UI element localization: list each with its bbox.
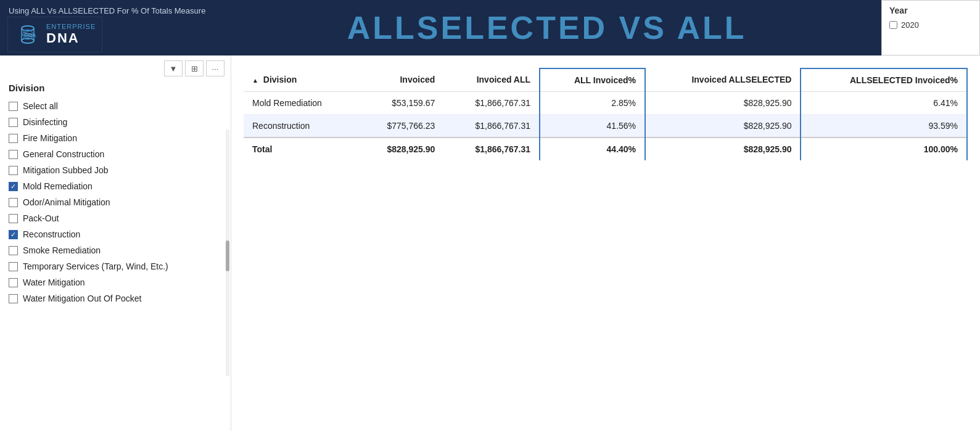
col-division-header[interactable]: ▲ Division — [244, 68, 358, 92]
division-checkbox[interactable] — [9, 102, 18, 111]
filter-button[interactable]: ▼ — [164, 60, 183, 76]
division-checkbox[interactable] — [9, 214, 18, 223]
division-checkbox[interactable] — [9, 150, 18, 159]
year-slicer: Year 2020 — [881, 0, 980, 55]
division-list-item[interactable]: Water Mitigation — [0, 274, 231, 290]
year-slicer-item[interactable]: 2020 — [889, 20, 972, 30]
expand-icon: ⊞ — [191, 64, 198, 73]
division-label: Pack-Out — [23, 213, 59, 223]
division-list-item[interactable]: Pack-Out — [0, 210, 231, 226]
division-label: Select all — [23, 101, 58, 111]
total-cell: $1,866,767.31 — [443, 138, 540, 160]
division-toolbar: ▼ ⊞ ··· — [0, 55, 231, 81]
table-panel: ▲ Division Invoiced Invoiced ALL ALL Inv… — [231, 55, 980, 431]
logo-area: DNA ENTERPRISE DNA — [7, 17, 102, 52]
total-cell: $828,925.90 — [645, 138, 801, 160]
table-cell: $1,866,767.31 — [443, 115, 540, 138]
table-cell: Mold Remediation — [244, 92, 358, 115]
table-header: ▲ Division Invoiced Invoiced ALL ALL Inv… — [244, 68, 967, 92]
total-cell: 44.40% — [540, 138, 645, 160]
division-list: Select allDisinfectingFire MitigationGen… — [0, 98, 231, 313]
division-checkbox[interactable] — [9, 118, 18, 127]
division-list-item[interactable]: ✓Mold Remediation — [0, 178, 231, 194]
col-allselected-invoiced-pct-header[interactable]: ALLSELECTED Invoiced% — [801, 68, 967, 92]
table-cell: Reconstruction — [244, 115, 358, 138]
scrollbar-track — [226, 129, 229, 376]
expand-button[interactable]: ⊞ — [185, 60, 204, 76]
table-cell: $53,159.67 — [358, 92, 443, 115]
division-checkbox[interactable] — [9, 198, 18, 207]
division-checkbox[interactable] — [9, 134, 18, 143]
main-title: ALLSELECTED VS ALL — [121, 9, 973, 46]
division-checkbox[interactable] — [9, 246, 18, 255]
table-cell: 41.56% — [540, 115, 645, 138]
division-list-item[interactable]: Mitigation Subbed Job — [0, 162, 231, 178]
division-checkbox[interactable] — [9, 262, 18, 271]
division-label: Smoke Remediation — [23, 245, 101, 255]
table-cell: $828,925.90 — [645, 115, 801, 138]
division-label: Temporary Services (Tarp, Wind, Etc.) — [23, 261, 168, 271]
dna-logo-icon: DNA — [14, 21, 41, 48]
logo-text: ENTERPRISE DNA — [46, 23, 96, 46]
table-footer: Total$828,925.90$1,866,767.3144.40%$828,… — [244, 138, 967, 160]
data-table: ▲ Division Invoiced Invoiced ALL ALL Inv… — [244, 68, 968, 160]
total-cell: Total — [244, 138, 358, 160]
division-list-item[interactable]: Disinfecting — [0, 114, 231, 130]
col-invoiced-all-header[interactable]: Invoiced ALL — [443, 68, 540, 92]
table-cell: 2.85% — [540, 92, 645, 115]
division-checkbox[interactable] — [9, 294, 18, 303]
division-label: Mold Remediation — [23, 181, 93, 191]
division-title: Division — [0, 81, 231, 98]
division-checkbox[interactable]: ✓ — [9, 182, 18, 191]
division-label: Fire Mitigation — [23, 133, 77, 143]
more-button[interactable]: ··· — [206, 60, 224, 76]
year-2020-checkbox[interactable] — [889, 21, 897, 29]
scrollbar-thumb[interactable] — [226, 240, 229, 271]
total-cell: 100.00% — [801, 138, 967, 160]
division-panel: ▼ ⊞ ··· Division Select allDisinfectingF… — [0, 55, 231, 431]
year-slicer-title: Year — [889, 6, 972, 15]
table-cell: 6.41% — [801, 92, 967, 115]
svg-text:DNA: DNA — [24, 32, 36, 38]
division-label: Water Mitigation — [23, 277, 85, 287]
division-list-item[interactable]: Temporary Services (Tarp, Wind, Etc.) — [0, 258, 231, 274]
sort-indicator: ▲ — [252, 77, 258, 84]
division-list-item[interactable]: General Construction — [0, 146, 231, 162]
table-cell: 93.59% — [801, 115, 967, 138]
total-cell: $828,925.90 — [358, 138, 443, 160]
table-cell: $828,925.90 — [645, 92, 801, 115]
table-body: Mold Remediation$53,159.67$1,866,767.312… — [244, 92, 967, 138]
division-list-item[interactable]: Smoke Remediation — [0, 242, 231, 258]
division-label: General Construction — [23, 149, 104, 159]
col-invoiced-header[interactable]: Invoiced — [358, 68, 443, 92]
table-row: Mold Remediation$53,159.67$1,866,767.312… — [244, 92, 967, 115]
col-invoiced-allselected-header[interactable]: Invoiced ALLSELECTED — [645, 68, 801, 92]
division-list-item[interactable]: Water Mitigation Out Of Pocket — [0, 290, 231, 306]
total-row: Total$828,925.90$1,866,767.3144.40%$828,… — [244, 138, 967, 160]
table-cell: $775,766.23 — [358, 115, 443, 138]
col-all-invoiced-pct-header[interactable]: ALL Invoiced% — [540, 68, 645, 92]
main-area: ▼ ⊞ ··· Division Select allDisinfectingF… — [0, 55, 980, 431]
division-list-item[interactable]: Fire Mitigation — [0, 130, 231, 146]
header: Using ALL Vs ALLSELECTED For % Of Totals… — [0, 0, 980, 55]
table-row: Reconstruction$775,766.23$1,866,767.3141… — [244, 115, 967, 138]
logo-dna-label: DNA — [46, 30, 96, 46]
division-label: Mitigation Subbed Job — [23, 165, 109, 175]
year-2020-label: 2020 — [901, 20, 919, 30]
division-label: Reconstruction — [23, 229, 80, 239]
more-icon: ··· — [212, 64, 219, 73]
division-label: Odor/Animal Mitigation — [23, 197, 110, 207]
division-checkbox[interactable]: ✓ — [9, 230, 18, 239]
table-cell: $1,866,767.31 — [443, 92, 540, 115]
division-label: Disinfecting — [23, 117, 67, 127]
division-label: Water Mitigation Out Of Pocket — [23, 293, 141, 303]
logo-enterprise-label: ENTERPRISE — [46, 23, 96, 30]
division-list-item[interactable]: Odor/Animal Mitigation — [0, 194, 231, 210]
filter-icon: ▼ — [170, 64, 178, 73]
division-list-item[interactable]: ✓Reconstruction — [0, 226, 231, 242]
division-checkbox[interactable] — [9, 166, 18, 175]
header-row: ▲ Division Invoiced Invoiced ALL ALL Inv… — [244, 68, 967, 92]
division-list-item[interactable]: Select all — [0, 98, 231, 114]
division-checkbox[interactable] — [9, 278, 18, 287]
